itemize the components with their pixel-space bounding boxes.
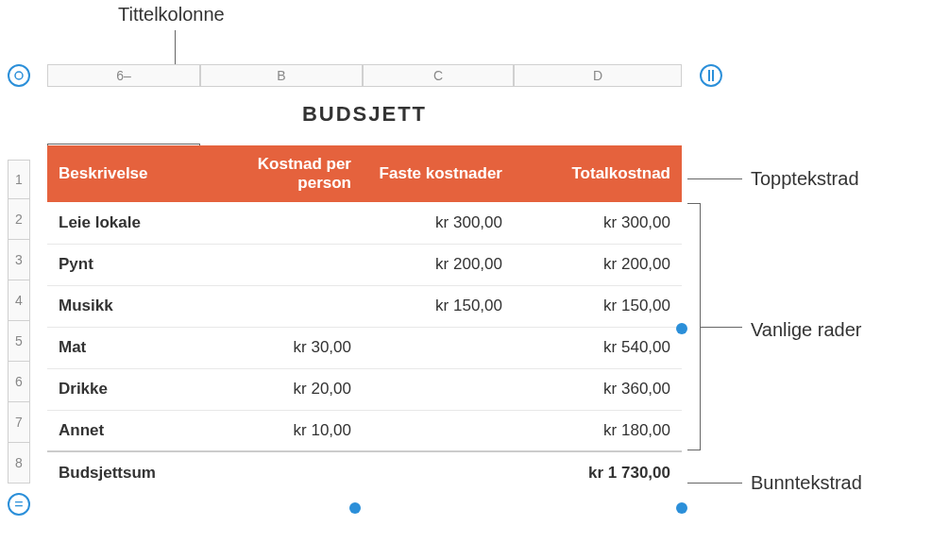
cell[interactable]: kr 10,00 [200, 410, 363, 451]
row-header-1[interactable]: 1 [8, 160, 30, 199]
cell[interactable] [363, 327, 514, 368]
cell[interactable] [200, 244, 363, 285]
cell[interactable]: Leie lokale [47, 202, 200, 244]
header-cell-fixed[interactable]: Faste kostnader [363, 145, 514, 202]
footer-cell-total[interactable]: kr 1 730,00 [514, 451, 682, 493]
cell[interactable]: kr 30,00 [200, 327, 363, 368]
header-cell-description[interactable]: Beskrivelse [47, 145, 200, 202]
row-header-2[interactable]: 2 [8, 198, 30, 240]
callout-line [687, 178, 742, 179]
cell[interactable]: kr 150,00 [514, 285, 682, 327]
cell[interactable]: kr 200,00 [363, 244, 514, 285]
table-row: Mat kr 30,00 kr 540,00 [47, 327, 682, 368]
header-row: Beskrivelse Kostnad per person Faste kos… [47, 145, 682, 202]
callout-line [175, 30, 176, 64]
add-column-button[interactable] [700, 64, 722, 87]
cell[interactable]: kr 300,00 [363, 202, 514, 244]
row-ruler: 1 2 3 4 5 6 7 8 = [8, 161, 30, 516]
column-header-a[interactable]: 6– [47, 64, 200, 87]
row-header-4[interactable]: 4 [8, 280, 30, 321]
table-row: Pynt kr 200,00 kr 200,00 [47, 244, 682, 285]
callout-footer-row: Bunntekstrad [751, 472, 862, 494]
cell[interactable]: Mat [47, 327, 200, 368]
cell[interactable]: kr 20,00 [200, 368, 363, 410]
cell[interactable]: Drikke [47, 368, 200, 410]
callout-line [687, 483, 742, 484]
column-header-c[interactable]: C [363, 64, 514, 87]
add-row-button[interactable]: = [8, 493, 30, 516]
column-ruler: 6– B C D [47, 64, 696, 87]
cell[interactable] [363, 410, 514, 451]
cell[interactable]: Annet [47, 410, 200, 451]
selection-handle[interactable] [676, 323, 687, 334]
callout-body-rows: Vanlige rader [751, 319, 861, 341]
cell[interactable]: Pynt [47, 244, 200, 285]
spreadsheet-table: BUDSJETT Beskrivelse Kostnad per person … [47, 102, 682, 493]
callout-header-row: Topptekstrad [751, 168, 859, 190]
table-title[interactable]: BUDSJETT [47, 102, 682, 127]
footer-cell[interactable] [363, 451, 514, 493]
footer-row: Budsjettsum kr 1 730,00 [47, 451, 682, 493]
selection-handle[interactable] [676, 502, 687, 514]
row-header-3[interactable]: 3 [8, 239, 30, 280]
cell[interactable] [363, 368, 514, 410]
cell[interactable] [200, 285, 363, 327]
table-handle-topleft[interactable] [8, 64, 30, 87]
header-cell-total[interactable]: Totalkostnad [514, 145, 682, 202]
row-header-5[interactable]: 5 [8, 320, 30, 362]
table-row: Musikk kr 150,00 kr 150,00 [47, 285, 682, 327]
row-header-8[interactable]: 8 [8, 442, 30, 484]
row-header-7[interactable]: 7 [8, 401, 30, 443]
cell[interactable]: kr 150,00 [363, 285, 514, 327]
row-header-6[interactable]: 6 [8, 361, 30, 402]
selection-handle[interactable] [349, 502, 361, 514]
header-cell-per-person[interactable]: Kostnad per person [200, 145, 363, 202]
cell[interactable] [200, 202, 363, 244]
callout-title-column: Tittelkolonne [118, 4, 225, 25]
callout-line [701, 327, 742, 328]
table-row: Annet kr 10,00 kr 180,00 [47, 410, 682, 451]
cell[interactable]: Musikk [47, 285, 200, 327]
cell[interactable]: kr 200,00 [514, 244, 682, 285]
table-row: Leie lokale kr 300,00 kr 300,00 [47, 202, 682, 244]
footer-cell[interactable] [200, 451, 363, 493]
cell[interactable]: kr 540,00 [514, 327, 682, 368]
cell[interactable]: kr 300,00 [514, 202, 682, 244]
footer-cell-label[interactable]: Budsjettsum [47, 451, 200, 493]
table-row: Drikke kr 20,00 kr 360,00 [47, 368, 682, 410]
column-header-d[interactable]: D [514, 64, 682, 87]
svg-point-0 [15, 72, 23, 79]
column-header-b[interactable]: B [200, 64, 363, 87]
cell[interactable]: kr 360,00 [514, 368, 682, 410]
callout-bracket [687, 203, 701, 450]
cell[interactable]: kr 180,00 [514, 410, 682, 451]
